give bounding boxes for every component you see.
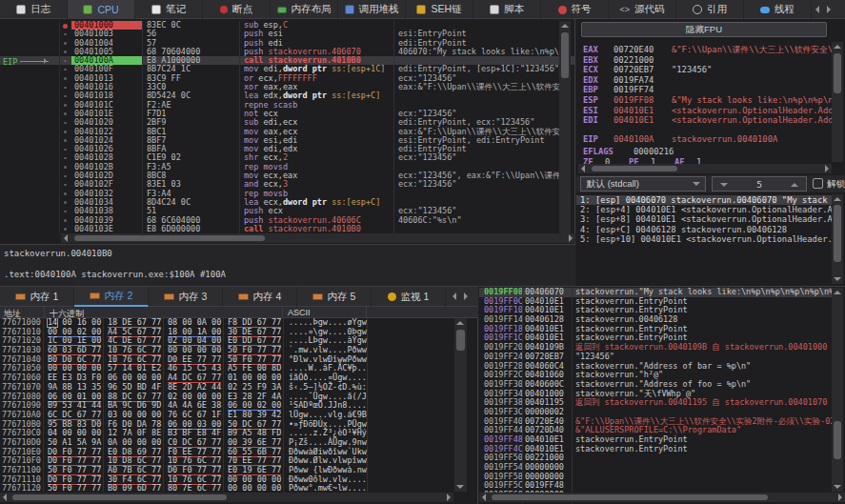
registers-vscroll-thumb[interactable] <box>834 53 841 93</box>
disasm-row[interactable]: 0040103EE8 6D000000call stackoverrun.401… <box>0 225 574 233</box>
dump-hscroll-thumb[interactable] <box>12 494 227 500</box>
disasm-vscrollbar[interactable] <box>559 21 571 242</box>
row-dot-icon[interactable] <box>59 171 71 180</box>
tab-日志[interactable]: 日志 <box>0 0 68 19</box>
argument-row[interactable]: 1: [esp] 00406070 stackoverrun.00406070 … <box>576 195 832 205</box>
row-dot-icon[interactable] <box>59 128 71 136</box>
dump-vscrollbar[interactable] <box>454 318 467 492</box>
scroll-left-icon[interactable] <box>0 493 10 502</box>
dump-tab-内存 1[interactable]: 内存 1 <box>0 287 74 307</box>
stack-hscroll-thumb[interactable] <box>492 494 768 500</box>
row-dot-icon[interactable] <box>59 30 71 38</box>
scroll-up-icon[interactable] <box>833 288 842 297</box>
dump-vscroll-thumb[interactable] <box>456 330 465 351</box>
spinner-increase-icon[interactable] <box>791 183 798 187</box>
dump-tabs-scroll-right-button[interactable] <box>460 287 472 306</box>
scroll-up-icon[interactable] <box>455 318 465 328</box>
scroll-down-icon[interactable] <box>833 482 842 492</box>
row-dot-icon[interactable] <box>59 136 71 145</box>
row-dot-icon[interactable] <box>59 190 71 198</box>
register-row[interactable]: ESP0019FF08&"My stack looks like:\n%p\n%… <box>576 95 832 106</box>
scroll-up-icon[interactable] <box>833 42 842 51</box>
row-dot-icon[interactable] <box>59 48 71 56</box>
stack-hscrollbar[interactable] <box>479 493 845 502</box>
tab-调用堆栈[interactable]: 调用堆栈 <box>338 0 406 19</box>
row-dot-icon[interactable] <box>59 91 71 100</box>
tab-笔记[interactable]: 笔记 <box>135 0 203 19</box>
row-dot-icon[interactable] <box>59 110 71 118</box>
dump-row[interactable]: 7767112050 F0 77 77B0 09 6D 7780 7E 6C 7… <box>0 484 478 492</box>
row-dot-icon[interactable] <box>59 65 71 73</box>
register-row[interactable]: EBX00221000 <box>576 55 832 66</box>
dump-tabs-scroll-left-button[interactable] <box>449 287 460 306</box>
tabs-scroll-right-button[interactable] <box>823 0 835 19</box>
scroll-left-icon[interactable] <box>578 164 588 173</box>
arg-count-spinner[interactable]: 5 <box>712 176 807 192</box>
register-row[interactable]: ESI004010E1<stackoverrun.OptionalHeader.… <box>576 106 832 116</box>
tabs-scroll-left-button[interactable] <box>812 0 823 19</box>
tab-断点[interactable]: 断点 <box>203 0 271 19</box>
argument-row[interactable]: 2: [esp+4] 004010E1 <stackoverrun.Option… <box>576 205 832 214</box>
tab-SEH链[interactable]: SEH链 <box>406 0 473 19</box>
stack-vscroll-thumb[interactable] <box>834 421 841 459</box>
disasm-hscroll-thumb[interactable] <box>74 235 265 241</box>
dump-tab-内存 5[interactable]: 内存 5 <box>297 287 372 307</box>
tab-符号[interactable]: 符号 <box>541 0 609 19</box>
register-row[interactable]: EIP0040100Astackoverrun.0040100A <box>576 134 832 145</box>
tab-引用[interactable]: 引用 <box>676 0 744 19</box>
hide-fpu-button[interactable]: 隐藏FPU <box>581 22 827 37</box>
scroll-left-icon[interactable] <box>479 493 489 502</box>
register-row[interactable]: EAX00720E40&"F:\\Upan\\课件\\大三上\\软件安全\\ <box>576 45 832 55</box>
scroll-down-icon[interactable] <box>455 482 465 492</box>
scroll-left-icon[interactable] <box>61 233 70 243</box>
scroll-right-icon[interactable] <box>444 493 453 502</box>
unlock-checkbox[interactable] <box>813 178 823 189</box>
row-dot-icon[interactable] <box>59 225 71 233</box>
registers-hscroll-thumb[interactable] <box>592 166 677 171</box>
row-dot-icon[interactable] <box>59 153 71 162</box>
tab-线程[interactable]: 线程 <box>744 0 812 19</box>
row-dot-icon[interactable] <box>59 101 71 110</box>
register-row[interactable]: EDX0019FA74 <box>576 75 832 86</box>
row-dot-icon[interactable] <box>59 74 71 83</box>
argument-row[interactable]: 4: [esp+C] 00406128 stackoverrun.0040612… <box>576 225 832 234</box>
scroll-up-icon[interactable] <box>833 194 842 204</box>
register-row[interactable]: EDI004010E1<stackoverrun.OptionalHeader.… <box>576 115 832 126</box>
scroll-up-icon[interactable] <box>560 21 570 30</box>
tab-源代码[interactable]: <>源代码 <box>609 0 676 19</box>
tab-CPU[interactable]: CPU <box>68 0 135 19</box>
breakpoint-dot-icon[interactable] <box>59 21 71 30</box>
dump-hscrollbar[interactable] <box>0 493 453 502</box>
row-dot-icon[interactable] <box>59 180 71 189</box>
args-vscroll-thumb[interactable] <box>834 205 841 262</box>
register-row[interactable]: ECX00720EB7"123456" <box>576 65 832 75</box>
calling-convention-dropdown[interactable]: 默认 (stdcall) <box>580 176 706 192</box>
row-dot-icon[interactable] <box>59 118 71 127</box>
row-dot-icon[interactable] <box>59 163 71 171</box>
spinner-decrease-icon[interactable] <box>720 183 728 187</box>
row-dot-icon[interactable] <box>59 198 71 207</box>
scroll-down-icon[interactable] <box>833 274 842 284</box>
row-dot-icon[interactable] <box>59 56 71 65</box>
dump-tab-内存 4[interactable]: 内存 4 <box>223 287 297 307</box>
row-dot-icon[interactable] <box>59 83 71 91</box>
dump-tab-监视 1[interactable]: 监视 1 <box>372 287 446 307</box>
args-vscrollbar[interactable] <box>832 194 843 284</box>
register-row[interactable]: EBP0019FF74 <box>576 85 832 95</box>
registers-vscrollbar[interactable] <box>832 42 843 162</box>
dump-tab-内存 2[interactable]: 内存 2 <box>74 287 149 307</box>
dump-tab-内存 3[interactable]: 内存 3 <box>149 287 223 307</box>
argument-row[interactable]: 5: [esp+10] 004010E1 <stackoverrun.Optio… <box>576 234 832 244</box>
row-dot-icon[interactable] <box>59 145 71 153</box>
disasm-hscrollbar[interactable] <box>61 233 575 243</box>
tab-内存布局[interactable]: 内存布局 <box>271 0 338 19</box>
row-dot-icon[interactable] <box>59 216 71 225</box>
argument-row[interactable]: 3: [esp+8] 004010E1 <stackoverrun.Option… <box>576 214 832 224</box>
row-dot-icon[interactable] <box>59 39 71 48</box>
scroll-right-icon[interactable] <box>835 493 845 502</box>
scroll-right-icon[interactable] <box>822 164 832 173</box>
tab-脚本[interactable]: 脚本 <box>473 0 541 19</box>
row-dot-icon[interactable] <box>59 207 71 215</box>
stack-vscrollbar[interactable] <box>832 288 843 492</box>
registers-hscrollbar[interactable] <box>578 164 832 173</box>
